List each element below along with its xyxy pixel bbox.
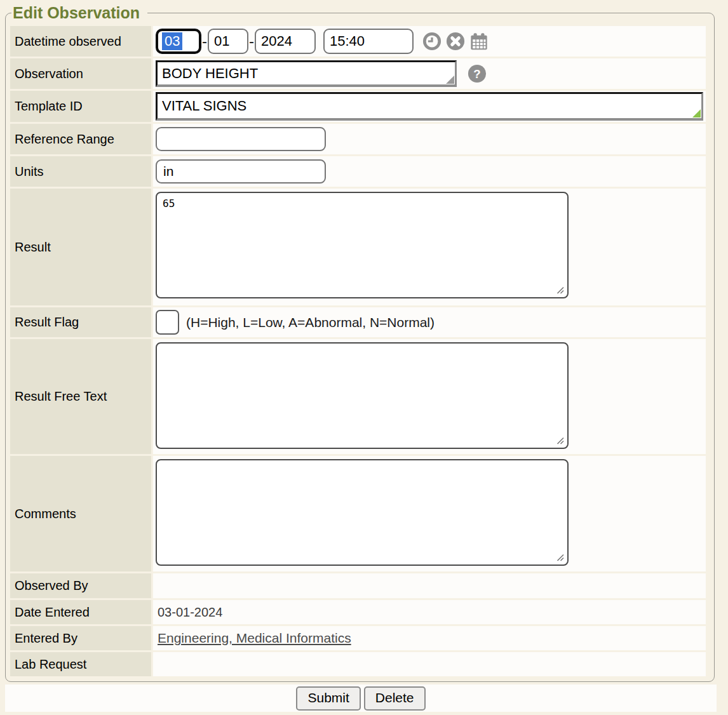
result-label: Result	[10, 189, 151, 305]
result-flag-hint: (H=High, L=Low, A=Abnormal, N=Normal)	[186, 315, 435, 330]
year-input[interactable]	[255, 29, 316, 54]
row-result-free-text: Result Free Text	[10, 339, 706, 454]
row-date-entered: Date Entered 03-01-2024	[10, 600, 706, 624]
delete-button[interactable]: Delete	[364, 686, 426, 711]
row-result: Result 65	[10, 189, 706, 305]
clock-icon[interactable]	[422, 32, 442, 51]
result-free-text-textarea[interactable]	[156, 342, 569, 449]
result-flag-input[interactable]	[156, 310, 179, 335]
page: Edit Observation Datetime observed 03 - …	[0, 0, 728, 712]
submit-button[interactable]: Submit	[296, 686, 360, 711]
page-title: Edit Observation	[11, 4, 147, 22]
month-input[interactable]: 03	[156, 29, 201, 54]
row-observation: Observation ?	[10, 58, 706, 89]
result-textarea[interactable]: 65	[156, 192, 569, 298]
observed-by-label: Observed By	[10, 573, 151, 598]
observation-input[interactable]	[156, 60, 457, 87]
row-result-flag: Result Flag (H=High, L=Low, A=Abnormal, …	[10, 307, 706, 337]
comments-textarea[interactable]	[156, 459, 569, 566]
row-reference-range: Reference Range	[10, 124, 706, 154]
row-datetime-observed: Datetime observed 03 - -	[10, 26, 706, 57]
observation-label: Observation	[10, 58, 151, 89]
month-input-selected-text: 03	[162, 32, 182, 50]
row-comments: Comments	[10, 456, 706, 571]
lab-request-label: Lab Request	[10, 652, 151, 676]
edit-observation-fieldset: Edit Observation Datetime observed 03 - …	[5, 4, 715, 682]
clear-icon[interactable]	[446, 32, 465, 51]
datetime-observed-label: Datetime observed	[10, 26, 151, 57]
template-id-input[interactable]	[156, 92, 703, 121]
resize-corner-icon	[446, 76, 454, 84]
observation-form: Datetime observed 03 - -	[10, 26, 706, 676]
date-entered-value: 03-01-2024	[156, 605, 222, 620]
result-free-text-label: Result Free Text	[10, 339, 151, 454]
entered-by-label: Entered By	[10, 626, 151, 650]
form-actions: Submit Delete	[5, 685, 717, 712]
row-template-id: Template ID	[10, 91, 706, 122]
entered-by-link[interactable]: Engineering, Medical Informatics	[156, 631, 351, 646]
comments-label: Comments	[10, 456, 151, 571]
reference-range-label: Reference Range	[10, 124, 151, 154]
row-observed-by: Observed By	[10, 573, 706, 598]
svg-text:?: ?	[473, 67, 480, 81]
calendar-icon[interactable]	[469, 32, 489, 51]
time-input[interactable]	[323, 29, 414, 54]
row-units: Units	[10, 156, 706, 187]
resize-corner-icon	[692, 109, 701, 117]
day-input[interactable]	[208, 29, 248, 54]
row-lab-request: Lab Request	[10, 652, 706, 676]
reference-range-input[interactable]	[156, 127, 326, 151]
row-entered-by: Entered By Engineering, Medical Informat…	[10, 626, 706, 650]
template-id-label: Template ID	[10, 91, 151, 122]
help-icon[interactable]: ?	[468, 64, 487, 83]
date-entered-label: Date Entered	[10, 600, 151, 624]
date-separator: -	[249, 32, 254, 50]
date-separator: -	[202, 32, 207, 50]
result-flag-label: Result Flag	[10, 307, 151, 337]
units-label: Units	[10, 156, 151, 187]
units-input[interactable]	[156, 159, 326, 184]
